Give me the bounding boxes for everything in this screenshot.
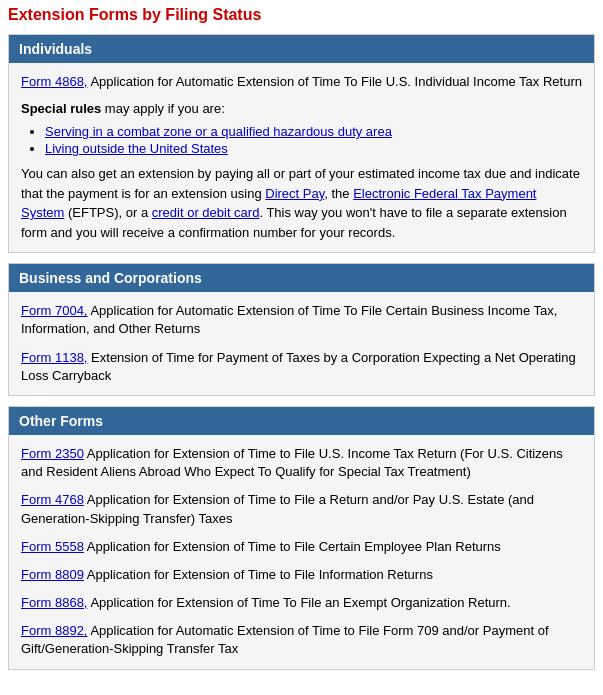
note-text-3: (EFTPS), or a [64, 205, 151, 220]
special-rules-suffix: may apply if you are: [101, 101, 225, 116]
section-body-other: Form 2350 Application for Extension of T… [9, 435, 594, 669]
credit-debit-link[interactable]: credit or debit card [152, 205, 260, 220]
form5558-description: Application for Extension of Time to Fil… [84, 539, 501, 554]
living-outside-link[interactable]: Living outside the United States [45, 141, 228, 156]
form2350-entry: Form 2350 Application for Extension of T… [21, 445, 582, 481]
form4868-link[interactable]: Form 4868, [21, 74, 87, 89]
combat-zone-link[interactable]: Serving in a combat zone or a qualified … [45, 124, 392, 139]
direct-pay-link[interactable]: Direct Pay [265, 186, 324, 201]
form4768-description: Application for Extension of Time to Fil… [21, 492, 534, 525]
form8868-description: Application for Extension of Time To Fil… [87, 595, 510, 610]
form8892-link[interactable]: Form 8892, [21, 623, 87, 638]
form1138-entry: Form 1138, Extension of Time for Payment… [21, 349, 582, 385]
form4868-entry: Form 4868, Application for Automatic Ext… [21, 73, 582, 91]
form2350-link[interactable]: Form 2350 [21, 446, 84, 461]
bullet-combat-zone: Serving in a combat zone or a qualified … [45, 124, 582, 139]
section-header-individuals: Individuals [9, 35, 594, 63]
bullets-list: Serving in a combat zone or a qualified … [21, 124, 582, 156]
section-header-business: Business and Corporations [9, 264, 594, 292]
form8868-link[interactable]: Form 8868, [21, 595, 87, 610]
form8809-entry: Form 8809 Application for Extension of T… [21, 566, 582, 584]
special-rules-label: Special rules [21, 101, 101, 116]
section-individuals: Individuals Form 4868, Application for A… [8, 34, 595, 253]
form8868-entry: Form 8868, Application for Extension of … [21, 594, 582, 612]
form4768-entry: Form 4768 Application for Extension of T… [21, 491, 582, 527]
form2350-description: Application for Extension of Time to Fil… [21, 446, 563, 479]
extension-note: You can also get an extension by paying … [21, 164, 582, 242]
page-container: Extension Forms by Filing Status Individ… [0, 0, 603, 686]
form8809-link[interactable]: Form 8809 [21, 567, 84, 582]
section-business: Business and Corporations Form 7004, App… [8, 263, 595, 396]
page-title: Extension Forms by Filing Status [8, 6, 595, 24]
bullet-living-outside: Living outside the United States [45, 141, 582, 156]
section-other: Other Forms Form 2350 Application for Ex… [8, 406, 595, 670]
section-body-individuals: Form 4868, Application for Automatic Ext… [9, 63, 594, 252]
form8809-description: Application for Extension of Time to Fil… [84, 567, 433, 582]
form5558-entry: Form 5558 Application for Extension of T… [21, 538, 582, 556]
form7004-link[interactable]: Form 7004, [21, 303, 87, 318]
form8892-description: Application for Automatic Extension of T… [21, 623, 549, 656]
form4868-description: Application for Automatic Extension of T… [87, 74, 582, 89]
form8892-entry: Form 8892, Application for Automatic Ext… [21, 622, 582, 658]
form7004-entry: Form 7004, Application for Automatic Ext… [21, 302, 582, 338]
form4768-link[interactable]: Form 4768 [21, 492, 84, 507]
special-rules-text: Special rules may apply if you are: [21, 101, 582, 116]
form5558-link[interactable]: Form 5558 [21, 539, 84, 554]
form1138-link[interactable]: Form 1138, [21, 350, 87, 365]
note-text-2: , the [324, 186, 353, 201]
form1138-description: Extension of Time for Payment of Taxes b… [21, 350, 576, 383]
form7004-description: Application for Automatic Extension of T… [21, 303, 557, 336]
section-header-other: Other Forms [9, 407, 594, 435]
section-body-business: Form 7004, Application for Automatic Ext… [9, 292, 594, 395]
